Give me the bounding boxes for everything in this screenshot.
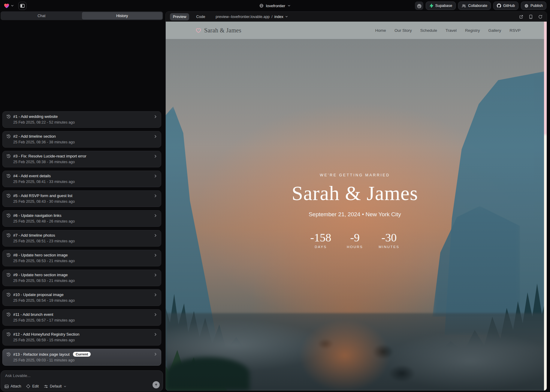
site-nav-link[interactable]: Our Story bbox=[394, 28, 412, 33]
chevron-right-icon bbox=[154, 333, 157, 336]
chevron-right-icon bbox=[154, 115, 157, 118]
countdown-value: -30 bbox=[379, 231, 399, 244]
mode-select-button[interactable]: Default bbox=[44, 384, 66, 388]
history-item[interactable]: #7 - Add timeline photos 25 Feb 2025, 08… bbox=[2, 230, 161, 247]
attach-button[interactable]: Attach bbox=[5, 384, 21, 388]
history-item-timestamp: 25 Feb 2025, 08:41 - 33 minutes ago bbox=[13, 180, 157, 184]
history-item[interactable]: #5 - Add RSVP form and guest list 25 Feb… bbox=[2, 190, 161, 207]
users-icon bbox=[462, 4, 466, 8]
history-item-title: #11 - Add brunch event bbox=[13, 312, 53, 317]
countdown-label: MINUTES bbox=[379, 245, 399, 249]
refresh-button[interactable] bbox=[538, 15, 542, 19]
history-item-timestamp: 25 Feb 2025, 08:53 - 21 minutes ago bbox=[13, 259, 157, 263]
history-item-timestamp: 25 Feb 2025, 08:22 - 52 minutes ago bbox=[13, 120, 157, 124]
sidebar-toggle-button[interactable] bbox=[18, 2, 26, 10]
tab-history[interactable]: History bbox=[82, 12, 163, 19]
sidebar: Chat History #1 - Add wedding website 25… bbox=[0, 11, 164, 392]
history-item[interactable]: #12 - Add Honeyfund Registry Section 25 … bbox=[2, 329, 161, 346]
chevron-right-icon bbox=[154, 293, 157, 297]
history-item-title: #13 - Refactor index page layout bbox=[13, 352, 70, 357]
history-clock-icon bbox=[6, 312, 11, 317]
project-selector[interactable]: lovefrontier bbox=[259, 4, 291, 8]
history-item[interactable]: #2 - Add timeline section 25 Feb 2025, 0… bbox=[2, 131, 161, 148]
publish-button[interactable]: Publish bbox=[521, 1, 546, 10]
history-item-title: #1 - Add wedding website bbox=[13, 114, 58, 119]
chevron-right-icon bbox=[154, 135, 157, 138]
chevron-right-icon bbox=[154, 273, 157, 277]
history-item[interactable]: #4 - Add event details 25 Feb 2025, 08:4… bbox=[2, 171, 161, 187]
countdown-unit: -30 MINUTES bbox=[379, 231, 399, 249]
history-item[interactable]: #8 - Update hero section image 25 Feb 20… bbox=[2, 250, 161, 266]
history-item[interactable]: #11 - Add brunch event 25 Feb 2025, 08:5… bbox=[2, 309, 161, 326]
history-item-timestamp: 25 Feb 2025, 09:03 - 11 minutes ago bbox=[13, 358, 157, 362]
history-item-title: #5 - Add RSVP form and guest list bbox=[13, 193, 72, 198]
history-item-title: #3 - Fix: Resolve Lucide-react import er… bbox=[13, 154, 86, 158]
site-nav-link[interactable]: Registry bbox=[465, 28, 480, 33]
collaborate-label: Collaborate bbox=[468, 4, 487, 8]
history-clock-icon bbox=[6, 253, 11, 257]
countdown: -158 DAYS -9 HOURS -30 MINUTES bbox=[166, 231, 544, 249]
history-item[interactable]: #10 - Update proposal image 25 Feb 2025,… bbox=[2, 289, 161, 306]
send-button[interactable] bbox=[153, 381, 160, 388]
crosshair-icon bbox=[26, 384, 30, 388]
countdown-value: -158 bbox=[310, 231, 331, 244]
settings-button[interactable] bbox=[415, 1, 423, 10]
history-item-title: #2 - Add timeline section bbox=[13, 134, 56, 139]
image-icon bbox=[5, 385, 9, 388]
github-button[interactable]: GitHub bbox=[493, 1, 518, 10]
hero-content: WE'RE GETTING MARRIED Sarah & James Sept… bbox=[166, 173, 544, 249]
hero-eyebrow: WE'RE GETTING MARRIED bbox=[166, 173, 544, 177]
countdown-value: -9 bbox=[347, 231, 363, 244]
site-brand[interactable]: Sarah & James bbox=[196, 27, 241, 34]
history-item[interactable]: #3 - Fix: Resolve Lucide-react import er… bbox=[2, 151, 161, 167]
github-icon bbox=[497, 4, 501, 8]
composer: Attach Edit Default bbox=[1, 370, 163, 391]
history-item-timestamp: 25 Feb 2025, 08:36 - 38 minutes ago bbox=[13, 140, 157, 144]
site-nav-link[interactable]: Home bbox=[375, 28, 386, 33]
hero-title: Sarah & James bbox=[166, 181, 544, 205]
tab-chat[interactable]: Chat bbox=[1, 12, 82, 19]
history-clock-icon bbox=[6, 114, 11, 119]
tab-preview[interactable]: Preview bbox=[170, 13, 189, 20]
lovable-logo-menu[interactable] bbox=[4, 3, 14, 8]
history-item-timestamp: 25 Feb 2025, 08:38 - 36 minutes ago bbox=[13, 160, 157, 164]
open-in-new-tab-button[interactable] bbox=[519, 15, 523, 19]
history-item[interactable]: #13 - Refactor index page layout Current… bbox=[2, 349, 161, 366]
chevron-right-icon bbox=[154, 154, 157, 158]
ask-lovable-input[interactable] bbox=[5, 373, 150, 381]
mobile-preview-button[interactable] bbox=[529, 15, 533, 19]
chevron-right-icon bbox=[154, 352, 157, 356]
history-item[interactable]: #6 - Update navigation links 25 Feb 2025… bbox=[2, 210, 161, 227]
chevron-right-icon bbox=[154, 253, 157, 257]
collaborate-button[interactable]: Collaborate bbox=[458, 1, 491, 10]
page-edge-strip bbox=[544, 22, 547, 391]
edit-button[interactable]: Edit bbox=[26, 384, 39, 388]
site-preview-viewport: Sarah & James HomeOur StoryScheduleTrave… bbox=[166, 22, 547, 391]
site-header: Sarah & James HomeOur StoryScheduleTrave… bbox=[166, 22, 544, 39]
history-clock-icon bbox=[6, 193, 11, 198]
mode-label: Default bbox=[50, 384, 62, 388]
chevron-right-icon bbox=[154, 214, 157, 217]
site-nav-link[interactable]: Travel bbox=[446, 28, 457, 33]
supabase-button[interactable]: Supabase bbox=[426, 1, 456, 10]
chevron-down-icon bbox=[11, 4, 14, 7]
history-item[interactable]: #9 - Update hero section image 25 Feb 20… bbox=[2, 270, 161, 286]
history-clock-icon bbox=[6, 233, 11, 238]
site-brand-name: Sarah & James bbox=[204, 27, 241, 34]
history-item-timestamp: 25 Feb 2025, 08:59 - 15 minutes ago bbox=[13, 338, 157, 342]
globe-icon bbox=[524, 4, 528, 8]
history-clock-icon bbox=[6, 154, 11, 158]
chevron-down-icon bbox=[64, 385, 66, 388]
history-item[interactable]: #1 - Add wedding website 25 Feb 2025, 08… bbox=[2, 111, 161, 128]
url-selector[interactable]: preview--lovefrontier.lovable.app / inde… bbox=[216, 15, 288, 19]
site-nav-link[interactable]: Gallery bbox=[488, 28, 501, 33]
github-label: GitHub bbox=[503, 4, 515, 8]
history-item-timestamp: 25 Feb 2025, 08:57 - 17 minutes ago bbox=[13, 318, 157, 322]
site-nav-link[interactable]: RSVP bbox=[509, 28, 521, 33]
url-page: index bbox=[274, 15, 283, 19]
panel-layout-icon bbox=[20, 4, 25, 8]
sidebar-tabbar: Chat History bbox=[1, 11, 163, 20]
site-nav-link[interactable]: Schedule bbox=[420, 28, 437, 33]
gear-icon bbox=[417, 3, 422, 8]
tab-code[interactable]: Code bbox=[193, 13, 208, 20]
